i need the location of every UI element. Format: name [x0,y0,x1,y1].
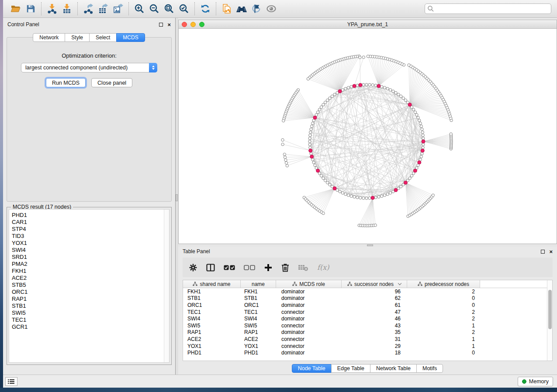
vertical-splitter-handle[interactable] [176,194,178,201]
mcds-result-item[interactable]: STB1 [12,303,169,309]
mcds-result-item[interactable]: FKH1 [12,268,169,275]
network-document-icon[interactable] [219,2,234,16]
tab-mcds[interactable]: MCDS [116,33,145,42]
vertical-splitter[interactable] [175,18,178,375]
table-row[interactable]: YOX1YOX1connector291 [183,343,552,350]
table-cell[interactable]: YOX1 [241,343,276,350]
eye-icon[interactable] [264,2,279,16]
table-cell[interactable]: 1 [407,322,480,329]
table-cell[interactable]: 96 [342,288,407,295]
table-scrollbar[interactable] [547,280,552,361]
table-row[interactable]: STB1STB1dominator620 [183,295,552,302]
table-cell[interactable]: 43 [342,322,407,329]
save-session-icon[interactable] [23,2,38,16]
table-cell[interactable]: 0 [407,349,480,356]
table-cell[interactable]: connector [276,343,342,350]
import-network-icon[interactable] [45,2,59,16]
table-cell[interactable]: dominator [276,295,342,302]
tab-network[interactable]: Network [33,33,65,42]
table-cell[interactable]: TEC1 [241,309,276,316]
table-cell[interactable]: SWI4 [183,315,241,322]
table-row[interactable]: SWI5SWI5connector431 [183,322,552,329]
zoom-selected-icon[interactable] [176,2,191,16]
bottom-tab-motifs[interactable]: Motifs [416,364,443,373]
table-cell[interactable]: 61 [342,302,407,309]
open-file-icon[interactable] [8,2,23,16]
table-scrollbar-thumb[interactable] [548,290,552,329]
table-cell[interactable]: 1 [407,336,480,343]
add-column-icon[interactable] [264,263,273,272]
horizontal-splitter-handle[interactable] [367,244,373,246]
mcds-result-item[interactable]: SWI5 [12,309,169,316]
table-cell[interactable]: dominator [276,288,342,295]
table-cell[interactable]: 46 [342,315,407,322]
table-row[interactable]: TEC1TEC1connector472 [183,309,552,316]
bottom-tab-node-table[interactable]: Node Table [292,364,332,373]
table-cell[interactable]: ORC1 [183,302,241,309]
delete-column-icon[interactable] [281,263,289,272]
table-row[interactable]: ORC1ORC1dominator610 [183,302,552,309]
table-cell[interactable]: connector [276,309,342,316]
result-list-scrollbar[interactable] [164,210,169,362]
column-header-predecessor-nodes[interactable]: predecessor nodes [407,280,480,288]
table-cell[interactable]: ORC1 [241,302,276,309]
bottom-tab-edge-table[interactable]: Edge Table [331,364,370,373]
table-cell[interactable]: SWI5 [183,322,241,329]
refresh-layout-icon[interactable] [198,2,213,16]
mcds-result-item[interactable]: TEC1 [12,316,169,323]
table-cell[interactable]: dominator [276,349,342,356]
column-header-MCDS-role[interactable]: MCDS role [276,280,342,288]
table-cell[interactable]: PHD1 [183,349,241,356]
close-panel-button[interactable]: Close panel [91,78,132,87]
clear-checkboxes-icon[interactable] [244,265,255,271]
tab-select[interactable]: Select [89,33,117,42]
tab-style[interactable]: Style [65,33,90,42]
mcds-result-item[interactable]: PMA2 [12,261,169,268]
table-cell[interactable]: 0 [407,295,480,302]
table-cell[interactable]: PHD1 [241,349,276,356]
export-network-icon[interactable] [81,2,96,16]
bottom-tab-network-table[interactable]: Network Table [370,364,417,373]
float-table-panel-icon[interactable] [541,250,545,254]
table-row[interactable]: ACE2ACE2connector311 [183,336,552,343]
table-cell[interactable]: connector [276,322,342,329]
table-cell[interactable]: SWI4 [241,315,276,322]
float-panel-icon[interactable] [159,23,163,27]
mcds-result-item[interactable]: ACE2 [12,275,169,282]
zoom-out-icon[interactable] [147,2,162,16]
table-cell[interactable]: STB1 [241,295,276,302]
table-cell[interactable]: TEC1 [183,309,241,316]
table-cell[interactable]: 29 [342,343,407,350]
zoom-fit-icon[interactable] [162,2,176,16]
mcds-result-item[interactable]: YOX1 [12,240,169,247]
run-mcds-button[interactable]: Run MCDS [46,78,86,87]
table-cell[interactable]: ACE2 [183,336,241,343]
table-cell[interactable]: RAP1 [183,329,241,336]
table-row[interactable]: SWI4SWI4dominator462 [183,315,552,322]
table-cell[interactable]: SWI5 [241,322,276,329]
binoculars-icon[interactable] [234,2,249,16]
table-row[interactable]: RAP1RAP1dominator352 [183,329,552,336]
table-cell[interactable]: 2 [407,329,480,336]
table-cell[interactable]: 18 [342,349,407,356]
column-header-name[interactable]: name [241,280,276,288]
mcds-result-item[interactable]: TID3 [12,233,169,240]
mcds-result-item[interactable]: STP4 [12,226,169,233]
table-cell[interactable]: 2 [407,288,480,295]
table-cell[interactable]: connector [276,336,342,343]
memory-button[interactable]: Memory [518,377,553,386]
column-header-shared-name[interactable]: shared name [183,280,241,288]
table-cell[interactable]: 35 [342,329,407,336]
mcds-result-item[interactable]: RAP1 [12,296,169,303]
mcds-result-item[interactable]: GCR1 [12,323,169,330]
flag-toggle-icon[interactable] [249,2,264,16]
function-builder-icon[interactable]: f(x) [317,263,329,272]
export-table-icon[interactable] [96,2,111,16]
table-cell[interactable]: 2 [407,315,480,322]
task-history-button[interactable] [5,377,17,386]
close-panel-icon[interactable]: × [167,23,171,27]
gear-icon[interactable] [189,263,197,272]
mcds-result-item[interactable]: SRD1 [12,254,169,261]
delete-table-icon[interactable] [298,264,308,272]
mcds-result-item[interactable]: STB5 [12,282,169,289]
